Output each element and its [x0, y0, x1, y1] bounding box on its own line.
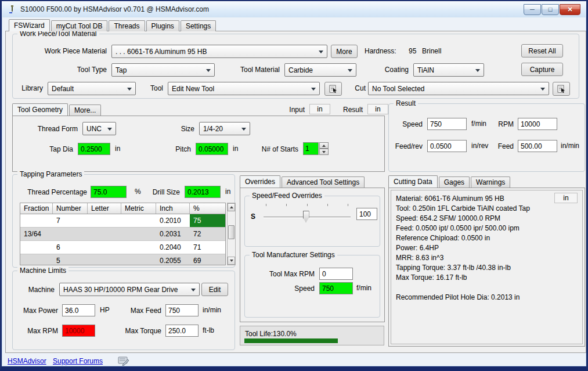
cutting-data-body: in Material: 6061-T6 Aluminum 95 HB Tool…	[388, 188, 585, 347]
max-feed-field[interactable]: 750	[165, 304, 199, 316]
tool-manufacturer-group: Tool Manufacturer Settings Tool Max RPM …	[244, 255, 380, 318]
library-label: Library	[13, 84, 43, 93]
tab-cutting-data[interactable]: Cutting Data	[388, 175, 438, 188]
feedback-icon[interactable]	[118, 356, 129, 366]
tab-settings[interactable]: Settings	[181, 20, 216, 31]
tool-life-panel: Tool Life:130.0%	[240, 326, 384, 345]
library-select[interactable]: Default	[48, 82, 136, 95]
table-scrollbar[interactable]	[227, 203, 236, 265]
scroll-up-icon[interactable]	[228, 203, 235, 211]
mfr-speed-field[interactable]: 750	[319, 282, 353, 294]
tool-label: Tool	[140, 84, 163, 93]
speed-override-slider[interactable]	[264, 204, 351, 227]
max-power-field[interactable]: 36.0	[62, 304, 95, 316]
tool-max-rpm-field[interactable]: 0	[319, 268, 353, 280]
cutting-line: Power: 6.4HP	[391, 243, 582, 253]
edit-machine-button[interactable]: Edit	[201, 283, 228, 296]
slider-label: S	[251, 212, 255, 221]
reset-all-button[interactable]: Reset All	[521, 44, 563, 57]
table-row[interactable]: 13/64 0.2031 72	[20, 228, 225, 241]
size-select[interactable]: 1/4-20	[199, 122, 250, 135]
cutting-unit-box[interactable]: in	[554, 193, 578, 203]
col-inch[interactable]: Inch	[156, 203, 190, 214]
tab-threads[interactable]: Threads	[109, 20, 145, 31]
tool-max-rpm-label: Tool Max RPM	[245, 269, 315, 279]
slider-thumb[interactable]	[303, 211, 309, 222]
coating-select[interactable]: TiAlN	[413, 63, 484, 77]
minimize-icon[interactable]: ─	[524, 4, 541, 15]
max-torque-field[interactable]: 250.0	[165, 325, 199, 337]
input-unit-box[interactable]: in	[309, 104, 330, 114]
tap-dia-field[interactable]: 0.2500	[78, 143, 110, 155]
pitch-label: Pitch	[152, 145, 191, 154]
speed-field[interactable]: 750	[427, 118, 467, 130]
table-row[interactable]: 5 0.2055 69	[20, 254, 225, 265]
machine-select[interactable]: HAAS 30 HP/10000 RPM Gear Drive	[59, 283, 200, 296]
tab-advanced-tool-settings[interactable]: Advanced Tool Settings	[282, 177, 365, 188]
override-value-field[interactable]: 100	[356, 208, 377, 220]
cutting-line: Tool: 0.250in 1FL Carbide TiAlN coated T…	[391, 204, 582, 214]
col-number[interactable]: Number	[53, 203, 88, 214]
feed-rev-field[interactable]: 0.0500	[427, 140, 467, 152]
tool-geometry-body: Thread Form UNC Size 1/4-20 Tap Dia 0.25…	[12, 116, 385, 172]
tab-warnings[interactable]: Warnings	[471, 177, 510, 188]
scrollbar-thumb[interactable]	[228, 225, 235, 239]
title-bar[interactable]: S10000 F500.00 by HSMAdvisor v0.701 @ HS…	[2, 1, 586, 17]
pitch-field[interactable]: 0.05000	[196, 143, 228, 155]
cut-select[interactable]: No Tool Selected	[368, 82, 549, 95]
tap-dia-label: Tap Dia	[24, 145, 73, 154]
more-button[interactable]: More	[331, 45, 358, 58]
speed-label: Speed	[389, 120, 423, 129]
tool-type-select[interactable]: Tap	[111, 63, 215, 77]
tool-list-edit-button[interactable]	[324, 82, 342, 96]
cutting-line: Feed: 0.0500 ipt/ 0.0500 ipr/ 500.00 ipm	[391, 224, 582, 233]
starts-stepper[interactable]: 1	[303, 142, 329, 155]
tool-select[interactable]: Edit New Tool	[168, 82, 320, 95]
cutting-line	[391, 283, 582, 293]
capture-button[interactable]: Capture	[521, 63, 563, 76]
scroll-down-icon[interactable]	[228, 257, 235, 265]
close-icon[interactable]: ✕	[560, 4, 580, 15]
cutting-line: MRR: 8.63 in^3	[391, 253, 582, 263]
drill-size-field[interactable]: 0.2013	[185, 186, 221, 198]
spin-down-icon[interactable]	[319, 149, 329, 155]
tab-more[interactable]: More...	[69, 105, 101, 116]
thread-form-select[interactable]: UNC	[82, 122, 116, 135]
mfr-speed-unit: f/min	[356, 282, 371, 294]
col-fraction[interactable]: Fraction	[20, 203, 53, 214]
max-rpm-label: Max RPM	[13, 326, 58, 336]
support-forums-link[interactable]: Support Forums	[53, 356, 103, 366]
result-unit-box[interactable]: in	[367, 104, 388, 114]
col-letter[interactable]: Letter	[88, 203, 121, 214]
mfr-speed-label: Speed	[245, 284, 315, 293]
overrides-tabset: Overrides Advanced Tool Settings Speed/F…	[240, 175, 385, 322]
thread-percentage-label: Thread Percentage	[19, 188, 87, 197]
cut-list-edit-button[interactable]	[553, 82, 570, 96]
tapping-parameters-group: Tapping Parameters Thread Percentage 75.…	[12, 174, 235, 268]
tab-mycut-tool-db[interactable]: myCut Tool DB	[51, 20, 108, 31]
hsmadvisor-link[interactable]: HSMAdvisor	[8, 356, 46, 366]
speed-feed-overrides-title: Speed/Feed Overrides	[250, 192, 324, 200]
col-percent[interactable]: %	[190, 203, 225, 214]
table-row[interactable]: 6 0.2040 71	[20, 241, 225, 254]
tool-type-label: Tool Type	[13, 65, 107, 74]
tab-tool-geometry[interactable]: Tool Geometry	[12, 103, 68, 116]
feed-field[interactable]: 500.00	[518, 140, 557, 152]
tab-overrides[interactable]: Overrides	[240, 175, 280, 188]
table-row[interactable]: 7 0.2010 75	[20, 214, 225, 228]
rpm-field[interactable]: 10000	[518, 118, 557, 130]
tool-material-select[interactable]: Carbide	[284, 63, 356, 77]
max-rpm-field[interactable]: 10000	[62, 325, 95, 337]
tab-gages[interactable]: Gages	[439, 177, 470, 188]
tab-plugins[interactable]: Plugins	[146, 20, 179, 31]
maximize-icon[interactable]: □	[542, 4, 559, 15]
feed-rev-label: Feed/rev	[389, 142, 423, 151]
tool-life-bar	[244, 338, 338, 343]
work-piece-material-select[interactable]: . . . 6061-T6 Aluminum 95 HB	[111, 45, 327, 58]
spin-up-icon[interactable]	[319, 142, 329, 149]
thread-percentage-field[interactable]: 75.0	[91, 186, 127, 198]
tab-fswizard[interactable]: FSWizard	[9, 19, 50, 31]
hardness-scale: Brinell	[422, 46, 441, 56]
col-metric[interactable]: Metric	[121, 203, 156, 214]
cutting-line: Material: 6061-T6 Aluminum 95 HB	[391, 194, 582, 204]
